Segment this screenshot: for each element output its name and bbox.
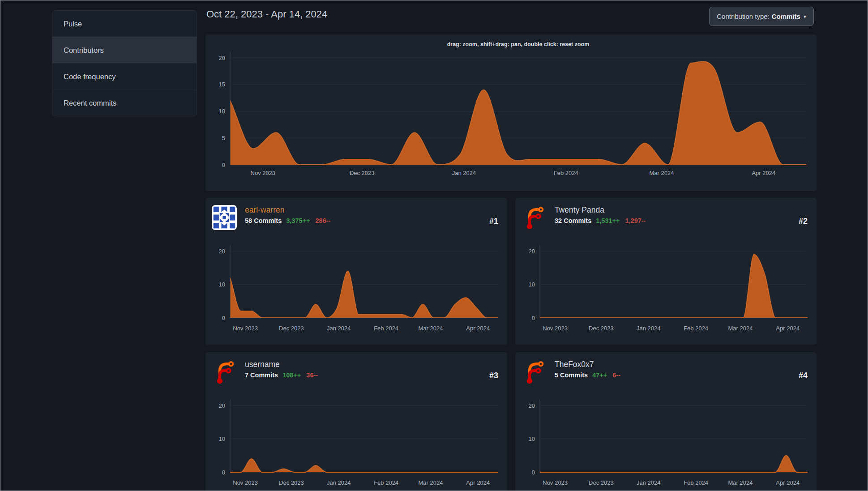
svg-text:Jan 2024: Jan 2024 [452,170,476,176]
contributor-commit-count: 5 Commits [555,371,588,379]
contributor-additions: 47++ [592,371,607,379]
svg-text:20: 20 [219,55,225,61]
contributor-activity-chart[interactable]: 01020Nov 2023Dec 2023Jan 2024Feb 2024Mar… [205,392,507,491]
contributor-name-link[interactable]: Twenty Panda [555,205,646,215]
contributor-card-header: earl-warren 58 Commits 3,375++ 286-- #1 [205,198,507,237]
identicon-avatar [212,205,237,230]
svg-text:Jan 2024: Jan 2024 [637,479,661,486]
contributor-stats: 58 Commits 3,375++ 286-- [245,217,330,224]
contributor-card-header: TheFox0x7 5 Commits 47++ 6-- #4 [515,352,817,392]
contributor-rank-badge: #1 [489,217,498,226]
svg-text:Nov 2023: Nov 2023 [543,325,568,332]
contribution-type-value: Commits [772,13,800,20]
contributor-card: TheFox0x7 5 Commits 47++ 6-- #4 01020Nov… [515,352,817,491]
svg-text:Feb 2024: Feb 2024 [684,325,708,332]
contributor-rank-badge: #3 [489,371,498,380]
svg-text:Jan 2024: Jan 2024 [327,325,351,332]
svg-text:Jan 2024: Jan 2024 [637,325,661,332]
contributor-additions: 3,375++ [286,217,310,224]
svg-text:Apr 2024: Apr 2024 [776,325,800,332]
svg-text:Apr 2024: Apr 2024 [752,170,775,176]
svg-text:Mar 2024: Mar 2024 [418,325,443,332]
svg-text:10: 10 [219,435,225,442]
svg-text:Mar 2024: Mar 2024 [418,479,443,486]
contributor-deletions: 286-- [316,217,331,224]
sidebar-item-code-frequency[interactable]: Code frequency [52,63,197,90]
contributor-card: username 7 Commits 108++ 36-- #3 01020No… [205,352,507,491]
svg-text:0: 0 [222,469,225,476]
contributor-info: earl-warren 58 Commits 3,375++ 286-- [245,205,330,237]
contributor-card: earl-warren 58 Commits 3,375++ 286-- #1 … [205,198,507,345]
contributor-avatar [522,205,547,230]
chevron-down-icon: ▾ [804,13,806,20]
overall-activity-panel: drag: zoom, shift+drag: pan, double clic… [205,34,817,191]
sidebar-item-pulse[interactable]: Pulse [52,11,197,37]
contributor-stats: 7 Commits 108++ 36-- [245,371,318,379]
svg-text:20: 20 [219,402,225,409]
svg-text:Apr 2024: Apr 2024 [466,479,490,486]
contributor-deletions: 1,297-- [625,217,646,224]
contributor-info: username 7 Commits 108++ 36-- [245,359,318,392]
svg-text:Dec 2023: Dec 2023 [589,325,614,332]
svg-text:5: 5 [222,135,225,141]
svg-text:10: 10 [219,281,225,288]
forgejo-logo-avatar [212,359,237,384]
contributors-page: Pulse Contributors Code frequency Recent… [0,0,868,491]
sidebar-item-recent-commits[interactable]: Recent commits [52,90,197,116]
svg-text:0: 0 [222,315,225,321]
contributor-name-link[interactable]: TheFox0x7 [555,360,620,369]
contributor-info: TheFox0x7 5 Commits 47++ 6-- [555,359,620,392]
svg-text:0: 0 [532,315,535,321]
forgejo-logo-avatar [522,205,547,230]
svg-text:Apr 2024: Apr 2024 [776,479,800,486]
contributor-commit-count: 7 Commits [245,371,278,379]
svg-text:15: 15 [219,81,225,88]
svg-text:Nov 2023: Nov 2023 [233,479,258,486]
contribution-type-label: Contribution type: [717,13,770,20]
svg-text:Dec 2023: Dec 2023 [279,325,304,332]
contributor-stats: 32 Commits 1,531++ 1,297-- [555,217,646,224]
contributor-deletions: 36-- [306,371,318,379]
svg-text:Mar 2024: Mar 2024 [728,479,753,486]
contributor-card-header: Twenty Panda 32 Commits 1,531++ 1,297-- … [515,198,817,237]
contributor-avatar [212,205,237,230]
contribution-type-dropdown[interactable]: Contribution type: Commits ▾ [709,7,814,26]
contributor-activity-chart[interactable]: 01020Nov 2023Dec 2023Jan 2024Feb 2024Mar… [205,237,507,345]
contributor-deletions: 6-- [612,371,620,379]
contributor-card-header: username 7 Commits 108++ 36-- #3 [205,352,507,392]
svg-text:20: 20 [219,248,225,255]
sidebar-item-contributors[interactable]: Contributors [52,37,197,63]
contributor-avatar [522,359,547,384]
svg-text:Nov 2023: Nov 2023 [543,479,568,486]
overall-activity-chart[interactable]: 05101520Nov 2023Dec 2023Jan 2024Feb 2024… [205,34,817,191]
svg-text:Nov 2023: Nov 2023 [233,325,258,332]
contributor-name-link[interactable]: username [245,360,318,369]
contributor-info: Twenty Panda 32 Commits 1,531++ 1,297-- [555,205,646,237]
svg-text:10: 10 [529,435,535,442]
svg-text:Feb 2024: Feb 2024 [684,479,708,486]
contributor-name-link[interactable]: earl-warren [245,205,330,215]
forgejo-logo-avatar [522,359,547,384]
svg-text:20: 20 [529,402,535,409]
contributor-additions: 108++ [282,371,301,379]
contributor-activity-chart[interactable]: 01020Nov 2023Dec 2023Jan 2024Feb 2024Mar… [515,392,817,491]
svg-text:Dec 2023: Dec 2023 [589,479,614,486]
svg-text:Feb 2024: Feb 2024 [374,479,398,486]
svg-text:10: 10 [529,281,535,288]
svg-text:Nov 2023: Nov 2023 [251,170,276,176]
contributor-commit-count: 58 Commits [245,217,282,224]
main-content: Oct 22, 2023 - Apr 14, 2024 Contribution… [205,0,817,491]
sidebar: Pulse Contributors Code frequency Recent… [52,10,197,116]
contributor-additions: 1,531++ [596,217,620,224]
contributor-activity-chart[interactable]: 01020Nov 2023Dec 2023Jan 2024Feb 2024Mar… [515,237,817,345]
svg-text:0: 0 [222,162,225,168]
contributor-avatar [212,359,237,384]
contributor-commit-count: 32 Commits [555,217,591,224]
svg-text:Feb 2024: Feb 2024 [554,170,578,176]
svg-text:0: 0 [532,469,535,476]
svg-text:Dec 2023: Dec 2023 [350,170,375,176]
contributor-card: Twenty Panda 32 Commits 1,531++ 1,297-- … [515,198,817,345]
contributor-stats: 5 Commits 47++ 6-- [555,371,620,379]
svg-text:Mar 2024: Mar 2024 [728,325,753,332]
svg-text:20: 20 [529,248,535,255]
